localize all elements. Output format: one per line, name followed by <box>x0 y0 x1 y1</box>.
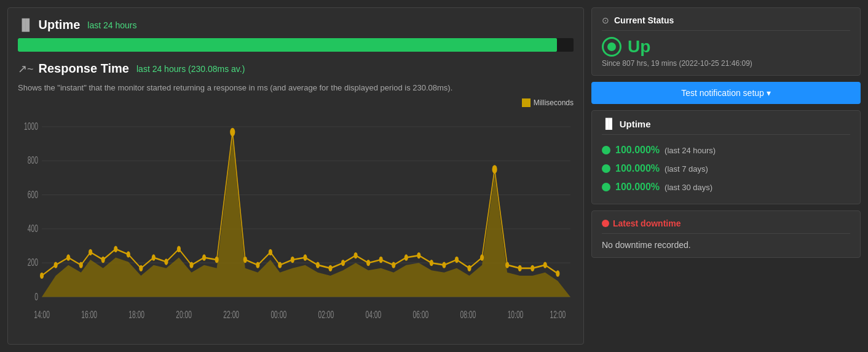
svg-point-31 <box>269 249 272 255</box>
dot-green-24h <box>602 146 610 154</box>
svg-point-36 <box>328 265 332 271</box>
svg-text:1000: 1000 <box>24 120 38 132</box>
svg-point-49 <box>492 165 497 174</box>
svg-point-43 <box>417 252 420 258</box>
svg-point-38 <box>354 252 358 258</box>
svg-point-22 <box>152 254 156 260</box>
uptime-pct-24h: 100.000% <box>615 145 660 156</box>
legend-color-box <box>522 98 531 107</box>
svg-point-54 <box>556 270 559 276</box>
svg-marker-12 <box>42 137 570 297</box>
downtime-title: Latest downtime <box>613 218 681 228</box>
svg-point-52 <box>531 265 534 271</box>
svg-point-25 <box>189 262 193 268</box>
status-up-row: Up <box>602 37 850 57</box>
svg-text:04:00: 04:00 <box>366 308 382 320</box>
svg-point-37 <box>341 260 345 266</box>
dot-green-30d <box>602 183 610 191</box>
status-circle-inner <box>607 42 616 51</box>
uptime-stats-icon: ▐▌ <box>602 118 616 129</box>
svg-point-39 <box>366 260 370 266</box>
svg-text:08:00: 08:00 <box>460 308 476 320</box>
svg-point-27 <box>215 257 219 263</box>
svg-point-53 <box>543 262 547 268</box>
svg-point-20 <box>127 251 130 257</box>
svg-point-26 <box>202 254 206 260</box>
uptime-bar <box>18 38 557 52</box>
svg-text:02:00: 02:00 <box>318 308 334 320</box>
svg-point-44 <box>430 260 433 266</box>
svg-point-47 <box>467 265 471 271</box>
svg-point-16 <box>79 262 83 268</box>
svg-point-41 <box>392 262 395 268</box>
response-description: Shows the "instant" that the monitor sta… <box>18 83 574 92</box>
current-status-title: Current Status <box>614 15 674 25</box>
svg-text:800: 800 <box>28 154 38 166</box>
svg-text:0: 0 <box>34 290 38 302</box>
svg-point-14 <box>54 262 58 268</box>
uptime-period-30d: (last 30 days) <box>665 183 712 192</box>
uptime-bar-container <box>18 38 574 52</box>
svg-text:600: 600 <box>28 188 38 200</box>
svg-point-34 <box>303 254 307 260</box>
svg-text:06:00: 06:00 <box>413 308 429 320</box>
svg-point-21 <box>139 265 143 271</box>
bar-chart-icon: ▐▌ <box>18 18 34 31</box>
latest-downtime-card: Latest downtime No downtime recorded. <box>591 210 861 258</box>
svg-point-30 <box>256 262 259 268</box>
svg-point-28 <box>230 128 235 137</box>
notification-btn[interactable]: Test notification setup ▾ <box>591 82 861 104</box>
uptime-period-7d: (last 7 days) <box>665 164 708 174</box>
response-icon: ↗~ <box>18 62 34 76</box>
right-panel: ⊙ Current Status Up Since 807 hrs, 19 mi… <box>591 7 861 345</box>
svg-point-13 <box>40 273 44 279</box>
uptime-row-24h: 100.000% (last 24 hours) <box>602 141 850 159</box>
svg-point-32 <box>278 262 282 268</box>
status-since: Since 807 hrs, 19 mins (2022-10-25 21:46… <box>602 59 850 68</box>
current-status-card: ⊙ Current Status Up Since 807 hrs, 19 mi… <box>591 7 861 76</box>
chart-container: Milliseconds 1000 800 600 400 200 0 <box>18 98 574 334</box>
dot-green-7d <box>602 164 610 173</box>
svg-point-33 <box>291 257 294 263</box>
uptime-header: ▐▌ Uptime last 24 hours <box>18 18 574 32</box>
uptime-subtitle: last 24 hours <box>87 20 136 30</box>
uptime-pct-7d: 100.000% <box>615 163 660 174</box>
no-downtime-message: No downtime recorded. <box>602 240 850 250</box>
svg-text:16:00: 16:00 <box>81 308 97 320</box>
circle-dot-icon: ⊙ <box>602 15 609 25</box>
dot-red-icon <box>602 220 609 227</box>
svg-point-24 <box>177 246 181 252</box>
svg-point-46 <box>455 257 459 263</box>
response-header: ↗~ Response Time last 24 hours (230.08ms… <box>18 62 574 76</box>
uptime-stats-card: ▐▌ Uptime 100.000% (last 24 hours) 100.0… <box>591 110 861 204</box>
svg-point-15 <box>66 254 70 260</box>
main-layout: ▐▌ Uptime last 24 hours ↗~ Response Time… <box>7 7 861 345</box>
svg-text:10:00: 10:00 <box>508 308 524 320</box>
notification-btn-label: Test notification setup ▾ <box>681 88 771 98</box>
response-chart-svg: 1000 800 600 400 200 0 <box>18 111 574 334</box>
svg-point-18 <box>101 257 105 263</box>
uptime-stats-title: ▐▌ Uptime <box>602 118 850 135</box>
uptime-row-7d: 100.000% (last 7 days) <box>602 159 850 178</box>
left-panel: ▐▌ Uptime last 24 hours ↗~ Response Time… <box>7 7 584 345</box>
status-up-text: Up <box>628 37 650 57</box>
uptime-pct-30d: 100.000% <box>615 182 660 193</box>
svg-point-50 <box>505 262 509 268</box>
svg-text:400: 400 <box>28 222 38 234</box>
svg-point-40 <box>379 257 383 263</box>
svg-text:22:00: 22:00 <box>223 308 239 320</box>
response-subtitle: last 24 hours (230.08ms av.) <box>136 64 245 74</box>
svg-point-35 <box>316 262 320 268</box>
svg-text:18:00: 18:00 <box>128 308 144 320</box>
svg-point-19 <box>114 246 117 252</box>
uptime-row-30d: 100.000% (last 30 days) <box>602 178 850 196</box>
svg-point-23 <box>164 258 168 265</box>
svg-point-17 <box>89 249 92 255</box>
svg-text:00:00: 00:00 <box>270 308 286 320</box>
chart-svg-wrapper: 1000 800 600 400 200 0 <box>18 98 574 334</box>
svg-point-42 <box>404 254 408 260</box>
downtime-header: Latest downtime <box>602 218 850 234</box>
svg-text:200: 200 <box>28 257 38 268</box>
svg-point-29 <box>243 257 247 263</box>
svg-text:14:00: 14:00 <box>34 308 50 320</box>
